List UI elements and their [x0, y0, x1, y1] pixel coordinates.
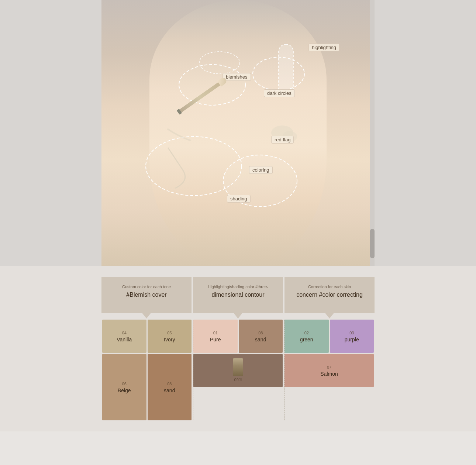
swatch-number: 08: [167, 382, 172, 386]
swatch-name: sand: [255, 337, 266, 342]
category-title-blemish: #Blemish cover: [107, 292, 186, 298]
swatches-group-2: 01 Pure 08 sand: [193, 320, 283, 353]
label-dark-circles: dark circles: [264, 89, 295, 97]
swatch-name: Ivory: [164, 337, 175, 342]
swatch-06-beige[interactable]: 06 Beige: [102, 354, 146, 420]
swatch-03-purple[interactable]: 03 purple: [330, 320, 374, 353]
color-section-inner: Custom color for each tone #Blemish cove…: [101, 277, 375, 420]
face-image-wrapper: highlighting blemishes dark circles red …: [101, 0, 375, 266]
swatch-number: 05: [167, 331, 172, 335]
category-arrow-highlight: [234, 313, 242, 318]
swatch-07-salmon[interactable]: 07 Salmon: [284, 354, 374, 387]
swatch-name: Vanilla: [117, 337, 132, 342]
svg-rect-2: [279, 44, 293, 96]
swatch-04-vanilla[interactable]: 04 Vanilla: [102, 320, 146, 353]
swatch-09ji[interactable]: 09JI: [193, 354, 283, 387]
category-title-highlight: dimensional contour: [199, 292, 277, 298]
swatches-group-row2-2: 09JI: [193, 354, 283, 420]
swatch-01-pure[interactable]: 01 Pure: [193, 320, 238, 353]
swatch-number: 08: [258, 331, 263, 335]
swatches-group-row2-1: 06 Beige 08 sand: [102, 354, 192, 420]
swatch-number: 04: [122, 331, 127, 335]
swatches-group-row2-3: 07 Salmon: [284, 354, 374, 420]
swatch-number: 02: [304, 331, 309, 335]
swatch-name: Salmon: [320, 371, 338, 377]
swatch-05-ivory[interactable]: 05 Ivory: [148, 320, 192, 353]
label-blemishes: blemishes: [223, 73, 251, 81]
category-subtitle-highlight: Highlighting/shading color #three-: [199, 284, 277, 289]
face-image-section: highlighting blemishes dark circles red …: [0, 0, 476, 266]
category-subtitle-blemish: Custom color for each tone: [107, 284, 186, 289]
label-shading: shading: [227, 195, 251, 203]
swatches-row-1: 04 Vanilla 05 Ivory 01 Pure 08: [101, 320, 375, 353]
swatch-number: 06: [122, 382, 127, 386]
swatch-name: purple: [345, 337, 359, 342]
label-red-flag: red flag: [271, 136, 294, 144]
swatch-name: Pure: [210, 337, 221, 342]
swatch-02-green[interactable]: 02 green: [284, 320, 329, 353]
category-subtitle-correction: Correction for each skin: [290, 284, 369, 289]
color-section: Custom color for each tone #Blemish cove…: [0, 266, 476, 431]
category-card-correction[interactable]: Correction for each skin concern #color …: [284, 277, 375, 313]
page-container: highlighting blemishes dark circles red …: [0, 0, 476, 465]
swatch-number: 03: [349, 331, 354, 335]
category-card-blemish[interactable]: Custom color for each tone #Blemish cove…: [101, 277, 192, 313]
swatch-number: 09JI: [234, 378, 242, 382]
category-cards: Custom color for each tone #Blemish cove…: [101, 277, 375, 313]
category-title-correction: concern #color correcting: [290, 292, 369, 298]
swatches-group-3: 02 green 03 purple: [284, 320, 374, 353]
swatch-empty: [284, 387, 374, 420]
swatch-number: 07: [327, 365, 331, 369]
label-coloring: coloring: [249, 166, 273, 174]
annotation-overlays: [101, 0, 375, 266]
category-arrow-correction: [325, 313, 334, 318]
swatch-name: sand: [164, 388, 175, 393]
swatch-number: 01: [213, 331, 218, 335]
category-arrow-blemish: [142, 313, 151, 318]
swatch-name: Beige: [118, 388, 131, 393]
category-card-highlight[interactable]: Highlighting/shading color #three- dimen…: [193, 277, 283, 313]
svg-point-0: [179, 65, 245, 105]
swatches-group-1: 04 Vanilla 05 Ivory: [102, 320, 192, 353]
swatch-08-sand-2[interactable]: 08 sand: [148, 354, 192, 420]
swatch-08-sand[interactable]: 08 sand: [239, 320, 283, 353]
swatches-row-2: 06 Beige 08 sand 09JI: [101, 354, 375, 420]
swatch-name: green: [300, 337, 313, 342]
label-highlighting: highlighting: [308, 44, 339, 51]
